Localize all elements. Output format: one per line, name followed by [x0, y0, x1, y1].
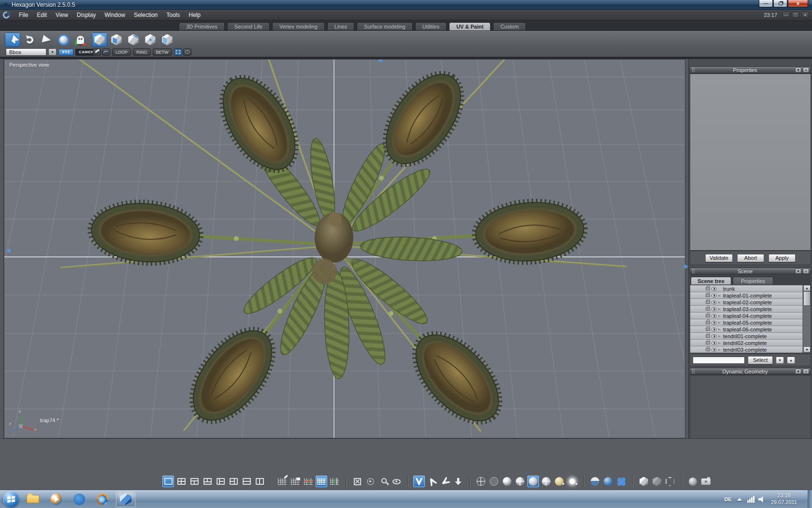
scene-tree-item[interactable]: ▶ trapleaf-04-complete [690, 313, 802, 319]
menu-item[interactable]: Edit [32, 11, 51, 19]
lasso-select-icon[interactable] [183, 48, 191, 56]
bbox-dropdown-arrow[interactable]: ▼ [48, 48, 57, 56]
taskbar-app-button[interactable] [70, 492, 89, 507]
expand-arrow-icon[interactable]: ▶ [718, 294, 722, 298]
viewport-control-button[interactable] [664, 476, 676, 487]
viewport-control-button[interactable] [553, 476, 565, 487]
viewport-control-button[interactable] [364, 476, 376, 487]
language-indicator[interactable]: DE [724, 496, 731, 502]
ribbon-tab[interactable]: Lines [327, 22, 354, 30]
expand-arrow-icon[interactable]: ▶ [718, 321, 722, 325]
collapse-panel-button[interactable]: ▼ [795, 269, 801, 274]
expand-arrow-icon[interactable]: ▶ [718, 328, 722, 331]
scene-panel-tab[interactable]: Scene tree [691, 277, 731, 284]
lock-icon[interactable] [706, 307, 710, 311]
scene-tree-item[interactable]: ▶ tendril02-complete [690, 340, 802, 346]
properties-action-button[interactable]: Apply [768, 254, 796, 262]
start-button[interactable] [3, 491, 19, 508]
mdi-restore-button[interactable]: □ [792, 12, 799, 18]
viewport-control-button[interactable] [276, 476, 288, 487]
expand-arrow-icon[interactable]: ▶ [718, 334, 722, 338]
lock-icon[interactable] [706, 348, 710, 351]
menu-item[interactable]: File [14, 11, 32, 19]
properties-action-button[interactable]: Abort [737, 254, 764, 262]
eye-icon[interactable] [711, 307, 717, 311]
taskbar-clock[interactable]: 23:18 29.07.2011 [771, 493, 797, 506]
select-button[interactable]: Select [748, 356, 773, 364]
menu-item[interactable]: Selection [130, 11, 162, 19]
marquee-select-icon[interactable] [174, 48, 182, 56]
taskbar-app-button[interactable] [93, 492, 112, 507]
scene-tree-item[interactable]: ▶ trapleaf-02-complete [690, 299, 802, 306]
loop-button[interactable]: LOOP [112, 48, 131, 56]
title-bar[interactable]: Hexagon Version 2.5.0.5 — × [0, 0, 812, 10]
eye-icon[interactable] [711, 328, 717, 331]
viewport-control-button[interactable] [501, 476, 513, 487]
properties-panel-header[interactable]: Properties ▼ × [690, 66, 811, 74]
lock-icon[interactable] [706, 287, 710, 290]
xyz-toggle[interactable]: XYZ [58, 49, 73, 56]
scene-filter-input[interactable] [693, 357, 745, 364]
viewport-control-button[interactable] [391, 476, 402, 487]
properties-action-button[interactable]: Validate [705, 254, 733, 262]
menu-item[interactable]: Window [100, 11, 130, 19]
toolbar-button[interactable] [5, 32, 20, 47]
scene-tree-item[interactable]: ▶ trapleaf-03-complete [690, 306, 802, 313]
edge-pen-icon[interactable] [93, 48, 101, 56]
close-button[interactable]: × [788, 0, 808, 7]
viewport-control-button[interactable] [488, 476, 500, 487]
viewport-split-handle-top[interactable] [378, 59, 383, 61]
scroll-up-button[interactable]: ▲ [803, 285, 811, 291]
viewport-control-button[interactable] [290, 476, 301, 487]
ribbon-tab[interactable]: Vertex modeling [272, 22, 325, 30]
ribbon-tab[interactable]: Custom [493, 22, 526, 30]
ribbon-tab[interactable]: 3D Primitives [179, 22, 225, 30]
scrollbar-thumb[interactable] [803, 291, 811, 306]
ring-button[interactable]: RING [133, 48, 151, 56]
network-icon[interactable] [747, 496, 754, 503]
expand-arrow-icon[interactable]: ▶ [718, 348, 722, 352]
betw-button[interactable]: BETW [153, 48, 172, 56]
toolbar-button[interactable] [39, 32, 54, 47]
expand-arrow-icon[interactable]: ▶ [718, 341, 722, 345]
viewport-control-button[interactable] [303, 476, 314, 487]
viewport-control-button[interactable] [651, 476, 663, 487]
viewport-control-button[interactable] [241, 476, 252, 487]
scene-tree-item[interactable]: ▶ trapleaf-05-complete [690, 319, 802, 326]
viewport-control-button[interactable] [426, 476, 438, 487]
expand-arrow-icon[interactable]: ▶ [718, 314, 722, 318]
hidden-icons-icon[interactable] [736, 496, 743, 503]
menu-item[interactable]: Tools [162, 11, 184, 19]
eye-icon[interactable] [711, 341, 717, 345]
toolbar-button[interactable] [92, 32, 107, 47]
perspective-viewport[interactable]: Perspective view trap74 * y x z [4, 59, 685, 438]
ribbon-tab[interactable]: UV & Paint [449, 22, 491, 30]
mdi-minimize-button[interactable]: — [782, 12, 790, 18]
viewport-control-button[interactable] [188, 476, 200, 487]
scene-tree-item[interactable]: ▶ tendril01-complete [690, 333, 802, 340]
menu-item[interactable]: Help [184, 11, 205, 19]
eye-icon[interactable] [711, 321, 717, 325]
lock-icon[interactable] [706, 334, 710, 338]
viewport-control-button[interactable] [439, 476, 451, 487]
ribbon-tab[interactable]: Utilities [415, 22, 447, 30]
viewport-control-button[interactable] [615, 476, 627, 487]
show-desktop-button[interactable] [808, 490, 812, 508]
taskbar-app-button-hexagon-active[interactable] [116, 492, 135, 507]
viewport-control-button[interactable] [452, 476, 464, 487]
scene-tree-item[interactable]: ▶ trapleaf-01-complete [690, 292, 802, 299]
collapse-panel-button[interactable]: ▼ [795, 67, 801, 73]
minimize-button[interactable]: — [759, 0, 773, 7]
lock-icon[interactable] [706, 300, 710, 304]
viewport-control-button[interactable] [377, 476, 389, 487]
menu-item[interactable]: Display [72, 11, 100, 19]
viewport-control-button[interactable] [329, 476, 340, 487]
viewport-control-button[interactable] [162, 476, 174, 487]
viewport-control-button[interactable] [254, 476, 265, 487]
scene-tree-item[interactable]: ▶ trapleaf-06-complete [690, 326, 802, 333]
lock-icon[interactable] [706, 314, 710, 317]
toolbar-button[interactable] [56, 32, 71, 47]
toolbar-button[interactable] [109, 32, 124, 47]
viewport-control-button[interactable] [413, 476, 425, 487]
scroll-down-button[interactable]: ▼ [803, 346, 811, 353]
